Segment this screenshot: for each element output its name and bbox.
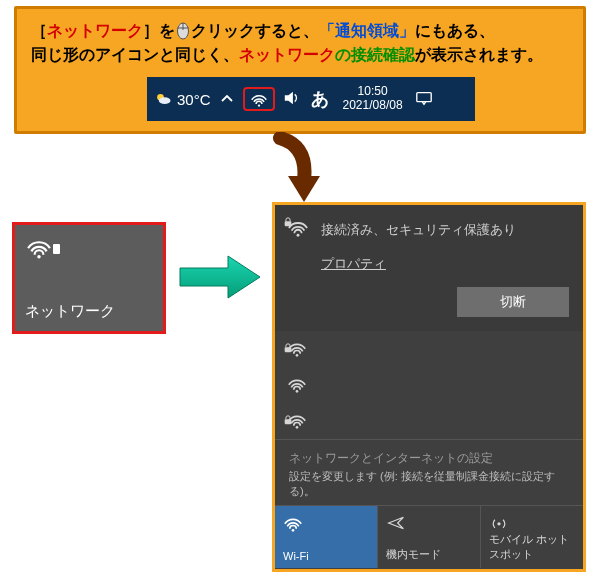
wifi-icon xyxy=(287,217,309,237)
text-fragment: クリックすると、 xyxy=(191,22,319,39)
tile-label: ネットワーク xyxy=(25,302,115,321)
available-network-entry[interactable] xyxy=(275,367,583,403)
airplane-mode-tile[interactable]: 機内モード xyxy=(378,506,481,568)
clock[interactable]: 10:50 2021/08/08 xyxy=(343,85,403,113)
connection-status: 接続済み、セキュリティ保護あり xyxy=(321,221,569,239)
settings-description: 設定を変更します (例: 接続を従量制課金接続に設定する)。 xyxy=(289,469,569,499)
text-fragment: ］を xyxy=(143,22,175,39)
mobile-hotspot-tile[interactable]: モバイル ホットスポット xyxy=(481,506,583,568)
airplane-icon xyxy=(386,514,406,532)
instruction-banner: ［ネットワーク］をクリックすると、「通知領域」にもある、 同じ形のアイコンと同じ… xyxy=(14,6,586,134)
arrow-curved-down-icon xyxy=(260,132,330,204)
text-fragment: ［ xyxy=(31,22,47,39)
text-fragment-highlight: ネットワーク xyxy=(47,22,143,39)
wifi-toggle-tile[interactable]: Wi-Fi xyxy=(275,506,378,568)
clock-time: 10:50 xyxy=(343,85,403,99)
text-fragment: 同じ形のアイコンと同じく、 xyxy=(31,46,239,63)
svg-rect-7 xyxy=(416,92,430,101)
hotspot-icon xyxy=(489,514,509,532)
arrow-right-icon xyxy=(178,250,262,304)
available-network-entry[interactable] xyxy=(275,403,583,439)
instruction-text: ［ネットワーク］をクリックすると、「通知領域」にもある、 同じ形のアイコンと同じ… xyxy=(31,19,569,67)
available-network-entry[interactable] xyxy=(275,331,583,367)
volume-icon[interactable] xyxy=(283,90,301,109)
settings-title: ネットワークとインターネットの設定 xyxy=(289,450,569,467)
text-fragment-highlight: 「通知領域」 xyxy=(319,22,415,39)
mouse-icon xyxy=(176,20,190,40)
start-menu-network-tile[interactable]: ネットワーク xyxy=(12,222,166,334)
text-fragment: が表示されます。 xyxy=(415,46,543,63)
wifi-icon xyxy=(283,514,303,532)
svg-rect-8 xyxy=(53,244,60,254)
svg-point-6 xyxy=(159,97,171,104)
network-settings-link[interactable]: ネットワークとインターネットの設定 設定を変更します (例: 接続を従量制課金接… xyxy=(275,439,583,505)
chevron-up-icon[interactable] xyxy=(219,91,235,107)
tile-label: Wi-Fi xyxy=(283,550,369,562)
text-fragment: にもある、 xyxy=(415,22,495,39)
svg-point-9 xyxy=(497,522,500,525)
taskbar-notification-area: 30°C あ 10:50 2021/08/08 xyxy=(147,77,475,121)
tile-label: モバイル ホットスポット xyxy=(489,532,575,562)
wifi-icon xyxy=(287,375,307,393)
text-fragment-highlight: の接続確認 xyxy=(335,46,415,63)
action-center-icon[interactable] xyxy=(415,90,433,109)
text-fragment-highlight: ネットワーク xyxy=(239,46,335,63)
temperature-value: 30°C xyxy=(177,91,211,108)
weather-widget[interactable]: 30°C xyxy=(153,89,211,109)
lock-icon xyxy=(49,241,61,258)
tile-label: 機内モード xyxy=(386,547,472,562)
disconnect-button[interactable]: 切断 xyxy=(457,287,569,317)
wifi-icon xyxy=(287,339,307,357)
clock-date: 2021/08/08 xyxy=(343,99,403,113)
properties-link[interactable]: プロパティ xyxy=(321,255,386,273)
wifi-icon xyxy=(287,411,307,429)
quick-action-tiles: Wi-Fi 機内モード モバイル ホットスポット xyxy=(275,505,583,568)
ime-indicator[interactable]: あ xyxy=(311,87,329,111)
network-flyout-panel: 接続済み、セキュリティ保護あり プロパティ 切断 ネットワークとインターネットの… xyxy=(272,202,586,572)
network-tray-icon-highlighted[interactable] xyxy=(243,87,275,111)
active-network-entry[interactable]: 接続済み、セキュリティ保護あり プロパティ 切断 xyxy=(275,205,583,331)
weather-icon xyxy=(153,89,173,109)
